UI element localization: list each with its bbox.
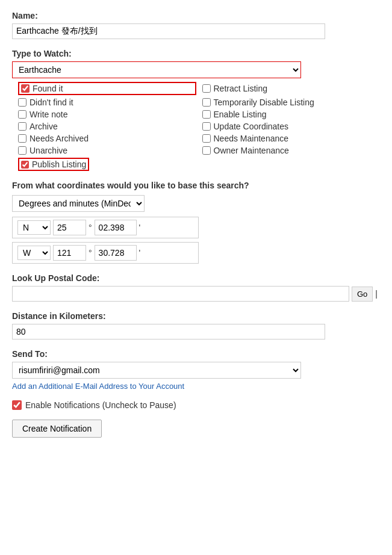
owner-maintenance-checkbox[interactable] <box>202 146 211 155</box>
needs-maintenance-item: Needs Maintenance <box>202 134 381 143</box>
lat-deg-symbol: ° <box>89 223 92 232</box>
go-button[interactable]: Go <box>352 287 373 302</box>
lat-deg-input[interactable] <box>53 220 86 235</box>
checkbox-grid: Found it Retract Listing Didn't find it … <box>12 82 380 155</box>
write-note-checkbox[interactable] <box>18 110 26 119</box>
found-it-item: Found it <box>18 82 196 95</box>
needs-maintenance-label: Needs Maintenance <box>214 134 289 143</box>
owner-maintenance-label: Owner Maintenance <box>214 146 289 155</box>
postal-divider: | <box>375 289 378 299</box>
retract-listing-item: Retract Listing <box>202 82 381 95</box>
enable-notif-row: Enable Notifications (Uncheck to Pause) <box>12 400 380 410</box>
lat-min-symbol: ' <box>139 223 141 232</box>
publish-listing-item: Publish Listing <box>18 158 89 171</box>
unarchive-item: Unarchive <box>18 146 196 155</box>
publish-listing-row: Publish Listing <box>12 158 380 171</box>
name-section: Name: <box>12 11 380 39</box>
postal-code-label: Look Up Postal Code: <box>12 273 380 283</box>
lon-min-symbol: ' <box>139 248 141 258</box>
coords-question: From what coordinates would you like to … <box>12 181 380 190</box>
didnt-find-it-item: Didn't find it <box>18 98 196 107</box>
publish-listing-checkbox[interactable] <box>21 161 29 169</box>
send-to-section: Send To: risumfiriri@gmail.com Add an Ad… <box>12 349 380 391</box>
name-label: Name: <box>12 11 380 20</box>
didnt-find-it-checkbox[interactable] <box>18 98 26 107</box>
postal-code-section: Look Up Postal Code: Go | <box>12 273 380 302</box>
update-coords-item: Update Coordinates <box>202 122 381 131</box>
type-to-watch-select[interactable]: Earthcache Traditional Cache Mystery Cac… <box>12 61 301 78</box>
archive-checkbox[interactable] <box>18 122 26 131</box>
temp-disable-checkbox[interactable] <box>202 98 211 107</box>
lon-row: E W ° ' <box>12 242 199 264</box>
lat-row: N S ° ' <box>12 217 199 238</box>
needs-maintenance-checkbox[interactable] <box>202 134 211 143</box>
unarchive-checkbox[interactable] <box>18 146 26 155</box>
distance-section: Distance in Kilometers: <box>12 311 380 340</box>
found-it-label: Found it <box>33 84 63 93</box>
temp-disable-label: Temporarily Disable Listing <box>214 98 314 107</box>
found-it-checkbox[interactable] <box>21 84 30 93</box>
update-coords-label: Update Coordinates <box>214 122 289 131</box>
archive-item: Archive <box>18 122 196 131</box>
type-to-watch-label: Type to Watch: <box>12 49 380 58</box>
lon-dir-select[interactable]: E W <box>17 246 51 260</box>
distance-input[interactable] <box>12 324 325 340</box>
needs-archived-label: Needs Archived <box>30 134 89 143</box>
lon-min-input[interactable] <box>95 245 137 261</box>
postal-row: Go | <box>12 286 380 302</box>
needs-archived-item: Needs Archived <box>18 134 196 143</box>
lon-deg-symbol: ° <box>89 248 92 258</box>
archive-label: Archive <box>30 122 58 131</box>
unarchive-label: Unarchive <box>30 146 67 155</box>
enable-listing-checkbox[interactable] <box>202 110 211 119</box>
update-coords-checkbox[interactable] <box>202 122 211 131</box>
type-to-watch-section: Type to Watch: Earthcache Traditional Ca… <box>12 49 380 171</box>
name-input[interactable] <box>12 23 325 39</box>
enable-notif-label: Enable Notifications (Uncheck to Pause) <box>25 400 176 410</box>
lat-dir-select[interactable]: N S <box>17 220 51 235</box>
send-to-label: Send To: <box>12 349 380 359</box>
retract-listing-label: Retract Listing <box>214 84 267 93</box>
enable-listing-item: Enable Listing <box>202 110 381 119</box>
send-to-select[interactable]: risumfiriri@gmail.com <box>12 362 301 379</box>
create-btn-wrapper: Create Notification <box>12 420 380 438</box>
needs-archived-checkbox[interactable] <box>18 134 26 143</box>
distance-label: Distance in Kilometers: <box>12 311 380 321</box>
owner-maintenance-item: Owner Maintenance <box>202 146 381 155</box>
add-email-link[interactable]: Add an Additional E-Mail Address to Your… <box>12 382 380 391</box>
postal-code-input[interactable] <box>12 286 349 302</box>
retract-listing-checkbox[interactable] <box>202 84 211 93</box>
coords-section: From what coordinates would you like to … <box>12 181 380 264</box>
temp-disable-item: Temporarily Disable Listing <box>202 98 381 107</box>
write-note-item: Write note <box>18 110 196 119</box>
lon-deg-input[interactable] <box>53 245 86 261</box>
didnt-find-it-label: Didn't find it <box>30 98 73 107</box>
coord-format-select[interactable]: Degrees and minutes (MinDec) Decimal Deg… <box>12 195 145 212</box>
write-note-label: Write note <box>30 110 68 119</box>
lat-min-input[interactable] <box>95 220 137 235</box>
enable-listing-label: Enable Listing <box>214 110 267 119</box>
create-notification-button[interactable]: Create Notification <box>12 420 102 438</box>
enable-notif-checkbox[interactable] <box>12 400 22 410</box>
publish-listing-label: Publish Listing <box>32 160 86 169</box>
